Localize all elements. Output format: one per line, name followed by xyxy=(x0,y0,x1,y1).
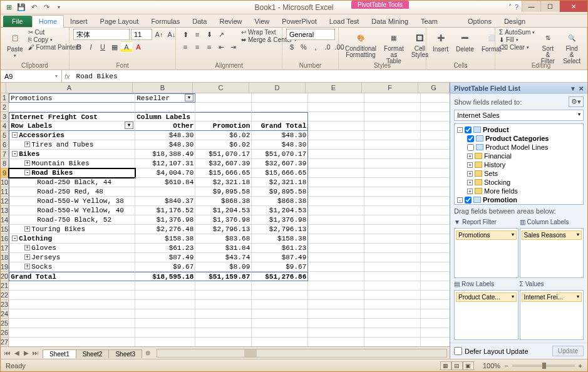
cell[interactable] xyxy=(9,291,135,300)
cell[interactable] xyxy=(421,159,450,168)
cell[interactable]: $48.30 xyxy=(135,140,195,150)
cell[interactable] xyxy=(195,291,252,300)
cell[interactable] xyxy=(421,93,450,103)
cell[interactable]: $51,159.87 xyxy=(195,272,252,281)
cell[interactable] xyxy=(421,168,450,178)
row-header[interactable]: 11 xyxy=(1,187,9,197)
cell[interactable] xyxy=(308,225,364,234)
cell[interactable]: $9.67 xyxy=(135,262,195,272)
cell[interactable] xyxy=(252,93,308,103)
cell[interactable] xyxy=(9,328,135,338)
cell[interactable] xyxy=(252,309,308,319)
cell[interactable]: Grand Total xyxy=(9,272,135,281)
cell[interactable] xyxy=(9,300,135,309)
font-size-select[interactable]: 11 xyxy=(131,29,152,40)
cell[interactable] xyxy=(252,281,308,291)
cell[interactable]: $87.49 xyxy=(252,253,308,262)
cell[interactable] xyxy=(364,150,421,159)
cell[interactable]: $4,004.70 xyxy=(135,168,195,178)
formula-input[interactable]: Road Bikes xyxy=(73,73,587,80)
cell[interactable] xyxy=(421,197,450,206)
cell[interactable] xyxy=(421,281,450,291)
delete-cells-button[interactable]: ➖Delete xyxy=(453,29,477,54)
cell[interactable] xyxy=(421,338,450,346)
cell[interactable] xyxy=(364,300,421,309)
cell[interactable] xyxy=(421,328,450,338)
cell[interactable] xyxy=(421,253,450,262)
cell[interactable] xyxy=(252,328,308,338)
cell[interactable] xyxy=(421,187,450,197)
help-icon[interactable]: ? xyxy=(515,3,518,11)
cell[interactable] xyxy=(364,93,421,103)
cell[interactable]: $868.38 xyxy=(195,197,252,206)
cell[interactable] xyxy=(364,253,421,262)
cell[interactable] xyxy=(364,234,421,244)
cell[interactable] xyxy=(364,281,421,291)
cell[interactable]: $2,796.13 xyxy=(195,225,252,234)
cell[interactable]: $12,107.31 xyxy=(135,159,195,168)
bold-button[interactable]: B xyxy=(73,41,85,53)
cell[interactable] xyxy=(308,319,364,328)
cell[interactable] xyxy=(195,93,252,103)
cell[interactable] xyxy=(252,338,308,346)
row-header[interactable]: 1 xyxy=(1,93,9,103)
cell[interactable] xyxy=(252,103,308,112)
fill-button[interactable]: ⬇Fill▾ xyxy=(499,36,535,43)
cell[interactable] xyxy=(195,112,252,121)
font-name-select[interactable]: 宋体 xyxy=(73,29,130,40)
last-sheet-icon[interactable]: ⏭ xyxy=(31,349,40,356)
cell[interactable]: Grand Total xyxy=(252,121,308,131)
cell[interactable] xyxy=(308,272,364,281)
tab-formulas[interactable]: Formulas xyxy=(145,16,186,27)
cell[interactable]: $158.38 xyxy=(252,234,308,244)
tab-datamining[interactable]: Data Mining xyxy=(365,16,415,27)
row-labels-zone[interactable]: Product Cate... xyxy=(454,290,518,340)
col-header[interactable]: A xyxy=(6,83,133,93)
tree-item[interactable]: +History xyxy=(456,160,582,169)
cell[interactable] xyxy=(308,253,364,262)
first-sheet-icon[interactable]: ⏮ xyxy=(3,349,12,356)
sort-filter-button[interactable]: ⇅Sort & Filter xyxy=(537,29,558,66)
indent-dec-icon[interactable]: ⇤ xyxy=(215,41,227,53)
cell[interactable] xyxy=(364,262,421,272)
cell[interactable]: $48.30 xyxy=(135,131,195,140)
col-header[interactable]: C xyxy=(193,83,249,93)
cell[interactable] xyxy=(364,103,421,112)
cell[interactable] xyxy=(308,206,364,215)
zone-item[interactable]: Internet Frei... xyxy=(522,292,582,302)
cell[interactable] xyxy=(364,121,421,131)
insert-cells-button[interactable]: ➕Insert xyxy=(430,29,451,54)
row-header[interactable]: 7 xyxy=(1,150,9,159)
cell[interactable] xyxy=(364,309,421,319)
grow-font-icon[interactable]: A↑ xyxy=(153,29,165,40)
col-header[interactable]: E xyxy=(306,83,362,93)
tab-team[interactable]: Team xyxy=(415,16,444,27)
cell[interactable]: $158.38 xyxy=(135,234,195,244)
cell[interactable] xyxy=(308,338,364,346)
cell[interactable]: $1,376.98 xyxy=(135,215,195,225)
update-button[interactable]: Update xyxy=(552,346,584,356)
close-button[interactable]: ✕ xyxy=(559,1,587,12)
cell[interactable] xyxy=(195,103,252,112)
tab-loadtest[interactable]: Load Test xyxy=(323,16,366,27)
fx-icon[interactable]: fx xyxy=(64,73,70,80)
cell[interactable] xyxy=(421,112,450,121)
cell[interactable]: $32,607.39 xyxy=(195,159,252,168)
align-left-icon[interactable]: ≡ xyxy=(180,41,191,53)
clear-button[interactable]: ⌫Clear▾ xyxy=(499,44,535,51)
cell[interactable] xyxy=(308,300,364,309)
tree-item[interactable]: +Stocking xyxy=(456,178,582,187)
underline-button[interactable]: U xyxy=(97,41,108,53)
row-header[interactable]: 17 xyxy=(1,244,9,253)
cell[interactable] xyxy=(421,309,450,319)
autosum-button[interactable]: ΣAutoSum▾ xyxy=(499,29,535,36)
cell[interactable] xyxy=(308,150,364,159)
cell[interactable]: $1,376.98 xyxy=(195,215,252,225)
row-header[interactable]: 8 xyxy=(1,159,9,168)
col-header[interactable]: G xyxy=(418,83,450,93)
cell[interactable]: $61.23 xyxy=(135,244,195,253)
cell[interactable]: $15,666.65 xyxy=(252,168,308,178)
minimize-button[interactable]: — xyxy=(522,1,540,12)
percent-icon[interactable]: % xyxy=(298,41,309,53)
zoom-level[interactable]: 100% xyxy=(483,362,500,369)
